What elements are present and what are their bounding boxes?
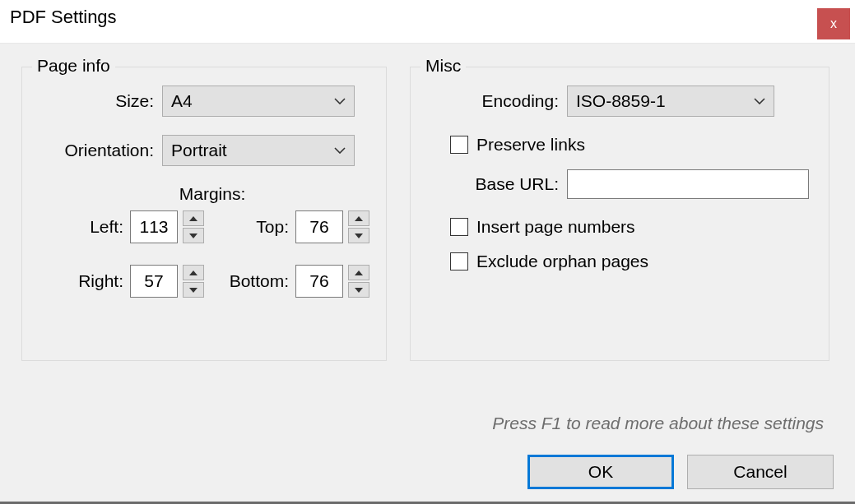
margin-bottom-down[interactable]: [348, 282, 369, 298]
chevron-down-icon: [754, 98, 765, 104]
margin-top-input[interactable]: [295, 210, 343, 243]
margin-left-up[interactable]: [183, 210, 204, 226]
svg-marker-6: [355, 270, 363, 275]
orientation-label: Orientation:: [39, 141, 154, 160]
title-bar: PDF Settings x: [0, 0, 855, 43]
exclude-orphan-label: Exclude orphan pages: [476, 252, 648, 271]
preserve-links-label: Preserve links: [476, 135, 585, 155]
margin-right-up[interactable]: [183, 265, 204, 280]
insert-page-numbers-label: Insert page numbers: [476, 217, 635, 237]
page-info-legend: Page info: [32, 56, 115, 76]
cancel-button[interactable]: Cancel: [687, 455, 834, 489]
svg-marker-4: [189, 270, 197, 275]
preserve-links-checkbox[interactable]: [450, 136, 468, 154]
orientation-value: Portrait: [171, 141, 326, 160]
close-icon: x: [830, 16, 837, 31]
ok-button[interactable]: OK: [527, 455, 674, 489]
margin-left-down[interactable]: [183, 228, 204, 243]
margin-top-up[interactable]: [348, 210, 369, 226]
margin-right-input[interactable]: [130, 265, 178, 298]
svg-marker-2: [355, 216, 363, 221]
svg-marker-0: [189, 216, 197, 221]
chevron-down-icon: [334, 98, 346, 104]
margin-bottom-input[interactable]: [295, 265, 343, 298]
svg-marker-3: [355, 234, 363, 238]
size-value: A4: [171, 91, 326, 111]
dialog-body: Page info Size: A4 Orientation: Portrait: [0, 43, 855, 504]
margin-bottom-label: Bottom:: [230, 271, 289, 291]
margin-left-input[interactable]: [130, 210, 178, 243]
size-label: Size:: [39, 91, 154, 111]
margin-top-down[interactable]: [348, 228, 369, 243]
margin-top-label: Top:: [256, 217, 289, 237]
orientation-combobox[interactable]: Portrait: [162, 135, 355, 166]
base-url-label: Base URL:: [427, 174, 559, 194]
margin-right-down[interactable]: [183, 282, 204, 298]
base-url-input[interactable]: [567, 169, 809, 199]
insert-page-numbers-checkbox[interactable]: [450, 218, 468, 236]
page-info-group: Page info Size: A4 Orientation: Portrait: [21, 67, 387, 361]
hint-text: Press F1 to read more about these settin…: [492, 414, 824, 433]
encoding-combobox[interactable]: ISO-8859-1: [567, 86, 774, 117]
encoding-value: ISO-8859-1: [576, 91, 746, 111]
misc-group: Misc Encoding: ISO-8859-1 Preserve links…: [410, 67, 829, 361]
margins-grid: Left: Top: Right:: [39, 210, 369, 298]
chevron-down-icon: [334, 147, 346, 154]
exclude-orphan-checkbox[interactable]: [450, 252, 468, 270]
svg-marker-7: [355, 288, 363, 293]
margin-bottom-up[interactable]: [348, 265, 369, 280]
margins-label: Margins:: [39, 184, 369, 204]
encoding-label: Encoding:: [427, 91, 559, 111]
dialog-buttons: OK Cancel: [527, 455, 834, 489]
window-title: PDF Settings: [10, 7, 117, 28]
size-combobox[interactable]: A4: [162, 86, 355, 117]
margin-left-label: Left:: [90, 217, 123, 237]
misc-legend: Misc: [421, 56, 466, 76]
svg-marker-1: [189, 234, 197, 238]
svg-marker-5: [189, 288, 197, 293]
margin-right-label: Right:: [78, 271, 123, 291]
close-button[interactable]: x: [817, 8, 850, 39]
